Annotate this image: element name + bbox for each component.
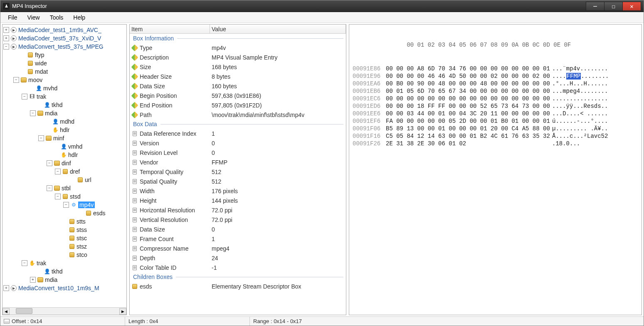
- tree-node-tkhd[interactable]: 👤tkhd: [2, 267, 126, 276]
- tree-node-dinf[interactable]: −dinf: [2, 159, 126, 167]
- expand-icon[interactable]: +: [3, 35, 9, 41]
- menu-help[interactable]: Help: [69, 13, 89, 22]
- person-icon: 👤: [52, 119, 59, 124]
- tree-node-stco[interactable]: stco: [2, 251, 126, 259]
- menu-file[interactable]: File: [4, 13, 22, 22]
- tree-file[interactable]: +▶MediaCoder_test5_37s_XviD_V: [2, 34, 126, 42]
- tree-node-dref[interactable]: −dref: [2, 167, 126, 176]
- tree-file[interactable]: −▶MediaConvert_test5_37s_MPEG: [2, 42, 126, 51]
- tree-node-hdlr[interactable]: ✋hdlr: [2, 151, 126, 159]
- horizontal-scrollbar[interactable]: ◀ ▶: [2, 307, 126, 315]
- detail-row[interactable]: Typemp4v: [130, 43, 346, 52]
- hex-row[interactable]: 00091EE600 00 03 44 00 01 00 04 3C 20 11…: [353, 110, 638, 117]
- tree-node-mvhd[interactable]: 👤mvhd: [2, 84, 126, 92]
- hex-row[interactable]: 00091ED600 00 00 18 FF FF 00 00 00 52 65…: [353, 102, 638, 110]
- tree-node-stsc[interactable]: stsc: [2, 234, 126, 242]
- menu-view[interactable]: View: [23, 13, 44, 22]
- scroll-left-button[interactable]: ◀: [2, 308, 10, 315]
- tree-node-stbl[interactable]: −stbl: [2, 184, 126, 192]
- collapse-icon[interactable]: −: [38, 135, 44, 141]
- detail-row[interactable]: Horizontal Resolution72.0 ppi: [130, 205, 346, 215]
- tree-node-mdat[interactable]: mdat: [2, 67, 126, 76]
- tree-file[interactable]: +▶MediaConvert_test10_1m9s_M: [2, 284, 126, 292]
- hex-row[interactable]: 00091EC600 00 00 00 00 00 00 00 00 00 00…: [353, 95, 638, 102]
- detail-row[interactable]: Frame Count1: [130, 234, 346, 244]
- scroll-thumb[interactable]: [16, 308, 32, 314]
- tree-node-stsd[interactable]: −stsd: [2, 192, 126, 201]
- tree-node-trak[interactable]: −🎞trak: [2, 92, 126, 101]
- expand-icon[interactable]: +: [3, 27, 9, 33]
- tree-node-esds[interactable]: esds: [2, 209, 126, 217]
- detail-row[interactable]: DescriptionMP4 Visual Sample Entry: [130, 52, 346, 62]
- detail-row[interactable]: Height144 pixels: [130, 196, 346, 205]
- close-button[interactable]: ✕: [622, 2, 641, 11]
- detail-row[interactable]: Begin Position597,638 (0x91E86): [130, 91, 346, 100]
- clipboard-icon: [133, 265, 137, 270]
- tree-node-stss[interactable]: stss: [2, 226, 126, 234]
- hex-row[interactable]: 00091E9600 00 00 00 46 46 4D 50 00 00 02…: [353, 72, 638, 80]
- column-item[interactable]: Item: [130, 25, 210, 33]
- tree-file[interactable]: +▶MediaCoder_test1_1m9s_AVC_: [2, 26, 126, 34]
- collapse-icon[interactable]: −: [47, 185, 52, 191]
- detail-row[interactable]: esdsElementary Stream Descriptor Box: [130, 281, 346, 291]
- detail-row[interactable]: Depth24: [130, 253, 346, 263]
- tree-node-mdia[interactable]: +mdia: [2, 276, 126, 284]
- collapse-icon[interactable]: −: [30, 110, 36, 116]
- detail-row[interactable]: Data Size160 bytes: [130, 81, 346, 91]
- collapse-icon[interactable]: −: [13, 77, 19, 83]
- tree-body[interactable]: +▶MediaCoder_test1_1m9s_AVC_ +▶MediaCode…: [2, 25, 126, 307]
- tree-node-mdia[interactable]: −mdia: [2, 109, 126, 117]
- detail-row[interactable]: Path\moov\trak\mdia\minf\stbl\stsd\mp4v: [130, 110, 346, 119]
- collapse-icon[interactable]: −: [47, 160, 52, 166]
- hex-row[interactable]: 00091F06B5 89 13 00 00 01 00 00 00 01 20…: [353, 125, 638, 132]
- detail-row[interactable]: Width176 pixels: [130, 186, 346, 196]
- hex-row[interactable]: 00091E8600 00 00 A8 6D 70 34 76 00 00 00…: [353, 65, 638, 72]
- collapse-icon[interactable]: −: [63, 202, 69, 208]
- hex-panel[interactable]: 00 01 02 03 04 05 06 07 08 09 0A 0B 0C 0…: [349, 24, 642, 315]
- scroll-right-button[interactable]: ▶: [119, 308, 126, 315]
- tree-node-moov[interactable]: −moov: [2, 76, 126, 84]
- tree-node-wide[interactable]: wide: [2, 59, 126, 67]
- detail-row[interactable]: End Position597,805 (0x91F2D): [130, 100, 346, 110]
- expand-icon[interactable]: +: [30, 277, 36, 283]
- tree-node-mp4v[interactable]: −⚙mp4v: [2, 201, 126, 209]
- collapse-icon[interactable]: −: [55, 194, 61, 199]
- minimize-button[interactable]: ─: [586, 2, 605, 11]
- tree-node-tkhd[interactable]: 👤tkhd: [2, 101, 126, 109]
- detail-row[interactable]: VendorFFMP: [130, 157, 346, 167]
- tree-node-trak[interactable]: −✋trak: [2, 259, 126, 267]
- column-value[interactable]: Value: [210, 25, 346, 33]
- collapse-icon[interactable]: −: [22, 260, 27, 266]
- detail-row[interactable]: Spatial Quality512: [130, 177, 346, 186]
- details-body[interactable]: Box Information Typemp4v DescriptionMP4 …: [130, 34, 346, 315]
- collapse-icon[interactable]: −: [22, 94, 27, 100]
- detail-row[interactable]: Temporal Quality512: [130, 167, 346, 177]
- hex-row[interactable]: 00091EF6FA 00 00 00 00 00 05 2D 00 00 01…: [353, 117, 638, 125]
- tree-node-vmhd[interactable]: 👤vmhd: [2, 142, 126, 151]
- collapse-icon[interactable]: −: [3, 44, 9, 50]
- detail-row[interactable]: Data Size0: [130, 224, 346, 234]
- hex-row[interactable]: 00091EA600 B0 00 90 00 48 00 00 00 48 00…: [353, 80, 638, 87]
- detail-row[interactable]: Size168 bytes: [130, 62, 346, 72]
- expand-icon[interactable]: +: [3, 285, 9, 291]
- detail-row[interactable]: Header Size8 bytes: [130, 72, 346, 81]
- tree-node-minf[interactable]: −minf: [2, 134, 126, 142]
- tree-node-stts[interactable]: stts: [2, 217, 126, 226]
- menu-tools[interactable]: Tools: [46, 13, 68, 22]
- tree-node-mdhd[interactable]: 👤mdhd: [2, 117, 126, 126]
- tree-node-url[interactable]: url: [2, 176, 126, 184]
- tree-node-stsz[interactable]: stsz: [2, 242, 126, 251]
- hex-row[interactable]: 00091EB600 01 05 6D 70 65 67 34 00 00 00…: [353, 87, 638, 95]
- detail-row[interactable]: Compressor Namempeg4: [130, 244, 346, 253]
- detail-row[interactable]: Data Reference Index1: [130, 129, 346, 138]
- maximize-button[interactable]: ☐: [604, 2, 623, 11]
- detail-row[interactable]: Version0: [130, 138, 346, 148]
- detail-row[interactable]: Revision Level0: [130, 148, 346, 157]
- collapse-icon[interactable]: −: [55, 169, 61, 174]
- hex-row[interactable]: 00091F16C5 05 84 12 14 63 00 00 01 B2 4C…: [353, 132, 638, 140]
- tree-node-hdlr[interactable]: ✋hdlr: [2, 126, 126, 134]
- tree-node-ftyp[interactable]: ftyp: [2, 51, 126, 59]
- detail-row[interactable]: Color Table ID-1: [130, 263, 346, 272]
- detail-row[interactable]: Vertical Resolution72.0 ppi: [130, 215, 346, 224]
- hex-row[interactable]: 00091F262E 31 38 2E 30 06 01 02.18.0...: [353, 140, 638, 147]
